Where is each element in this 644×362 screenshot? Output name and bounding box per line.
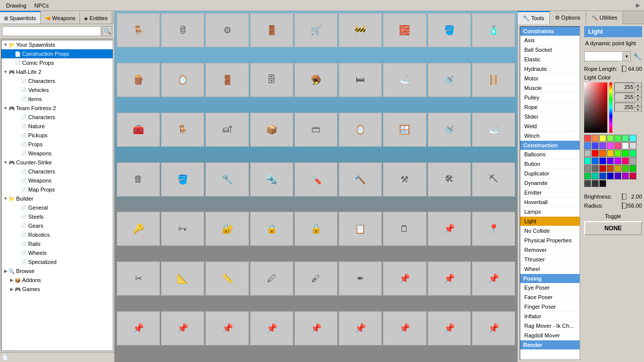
none-button[interactable]: NONE bbox=[584, 221, 642, 235]
tree-toggle-cs-weapons[interactable] bbox=[15, 178, 21, 183]
grid-item-11[interactable]: 🚪 bbox=[205, 63, 249, 97]
grid-item-2[interactable]: ⚙ bbox=[205, 13, 249, 47]
tree-item-builder-specialized[interactable]: 📄Specialized bbox=[2, 257, 113, 266]
swatch-6[interactable] bbox=[629, 135, 636, 142]
swatch-16[interactable] bbox=[599, 150, 606, 157]
right-tab-options[interactable]: ⚙ Options bbox=[550, 11, 586, 24]
tool-item-button[interactable]: Button bbox=[520, 159, 580, 169]
tool-item-face-poser[interactable]: Face Poser bbox=[520, 293, 580, 302]
rgb-r-down[interactable]: ▼ bbox=[634, 87, 641, 92]
grid-item-58[interactable]: 📌 bbox=[294, 311, 338, 345]
tree-toggle-your-spawnlists[interactable]: ▼ bbox=[3, 42, 9, 47]
tree-item-tf2-weapons[interactable]: 📄Weapons bbox=[2, 149, 113, 158]
grid-item-24[interactable]: 🪟 bbox=[383, 113, 426, 147]
tool-item-dynamite[interactable]: Dynamite bbox=[520, 178, 580, 188]
dropdown-box[interactable] bbox=[584, 51, 623, 61]
swatch-24[interactable] bbox=[607, 157, 614, 164]
grid-item-20[interactable]: 🛋 bbox=[205, 113, 249, 147]
grid-item-61[interactable]: 📌 bbox=[428, 311, 471, 345]
swatch-18[interactable] bbox=[614, 150, 621, 157]
grid-item-49[interactable]: 🖋 bbox=[294, 261, 338, 296]
tool-item-winch[interactable]: Winch bbox=[520, 131, 580, 141]
rgb-g-up[interactable]: ▲ bbox=[634, 93, 641, 97]
tool-item-pulley[interactable]: Pulley bbox=[520, 93, 580, 103]
grid-item-8[interactable]: 🧴 bbox=[472, 13, 515, 47]
swatch-22[interactable] bbox=[592, 157, 599, 164]
grid-item-26[interactable]: 🛁 bbox=[472, 113, 515, 147]
tree-item-your-spawnlists[interactable]: ▼📁Your Spawnlists bbox=[2, 40, 113, 49]
grid-item-54[interactable]: 📌 bbox=[117, 311, 160, 345]
tree-item-browse[interactable]: ▶🔍Browse bbox=[2, 266, 113, 276]
grid-item-34[interactable]: 🛠 bbox=[428, 162, 471, 197]
color-gradient[interactable] bbox=[584, 82, 607, 133]
grid-item-36[interactable]: 🔑 bbox=[117, 212, 160, 246]
grid-item-48[interactable]: 🖊 bbox=[250, 261, 293, 296]
grid-item-53[interactable]: 📌 bbox=[472, 261, 515, 296]
tool-item-thruster[interactable]: Thruster bbox=[520, 255, 580, 264]
grid-item-33[interactable]: ⚒ bbox=[383, 162, 426, 197]
swatch-17[interactable] bbox=[607, 150, 614, 157]
tree-toggle-tf2-props[interactable] bbox=[15, 142, 21, 147]
wrench-icon[interactable]: 🔧 bbox=[632, 51, 642, 61]
tool-item-finger-poser[interactable]: Finger Poser bbox=[520, 302, 580, 312]
grid-item-1[interactable]: 🛢 bbox=[161, 13, 204, 47]
tool-item-no-collide[interactable]: No Collide bbox=[520, 226, 580, 236]
tree-toggle-counter-strike[interactable]: ▼ bbox=[3, 160, 9, 165]
grid-item-23[interactable]: 🪞 bbox=[339, 113, 382, 147]
tree-toggle-construction-props[interactable] bbox=[9, 51, 15, 56]
tree-item-half-life-2[interactable]: ▼🎮Half-Life 2 bbox=[2, 67, 113, 76]
tool-item-lamps[interactable]: Lamps bbox=[520, 207, 580, 217]
grid-item-56[interactable]: 📌 bbox=[205, 311, 249, 345]
grid-item-19[interactable]: 🪑 bbox=[161, 113, 204, 147]
grid-item-5[interactable]: 🚧 bbox=[339, 13, 382, 47]
grid-item-18[interactable]: 🧰 bbox=[117, 113, 160, 147]
tree-item-builder-robotics[interactable]: 📄Robotics bbox=[2, 230, 113, 239]
swatch-3[interactable] bbox=[607, 135, 614, 142]
tool-item-muscle[interactable]: Muscle bbox=[520, 83, 580, 93]
tree-item-cs-weapons[interactable]: 📄Weapons bbox=[2, 176, 113, 185]
swatch-11[interactable] bbox=[614, 142, 621, 149]
grid-item-12[interactable]: 🗄 bbox=[250, 63, 293, 97]
grid-item-46[interactable]: 📐 bbox=[161, 261, 204, 296]
tool-item-rag-mover---ik-ch[interactable]: Rag Mover - Ik Ch... bbox=[520, 321, 580, 331]
tool-item-hydraulic[interactable]: Hydraulic bbox=[520, 64, 580, 74]
grid-item-59[interactable]: 📌 bbox=[339, 311, 382, 345]
swatch-20[interactable] bbox=[629, 150, 636, 157]
swatch-40[interactable] bbox=[622, 172, 629, 179]
grid-item-31[interactable]: 🪛 bbox=[294, 162, 338, 197]
grid-item-6[interactable]: 🧱 bbox=[383, 13, 426, 47]
tree-toggle-team-fortress-2[interactable]: ▼ bbox=[3, 106, 9, 111]
tree-toggle-hl2-characters[interactable] bbox=[15, 78, 21, 83]
tool-item-remover[interactable]: Remover bbox=[520, 245, 580, 255]
dropdown-arrow[interactable]: ▼ bbox=[623, 51, 631, 61]
swatch-32[interactable] bbox=[614, 165, 621, 172]
tool-item-motor[interactable]: Motor bbox=[520, 74, 580, 83]
tree-item-builder-rails[interactable]: 📄Rails bbox=[2, 239, 113, 248]
swatch-34[interactable] bbox=[629, 165, 636, 172]
swatch-4[interactable] bbox=[614, 135, 621, 142]
swatch-42[interactable] bbox=[584, 180, 591, 187]
tree-item-hl2-characters[interactable]: 📄Characters bbox=[2, 76, 113, 85]
tool-item-light[interactable]: Light bbox=[520, 217, 580, 226]
grid-item-13[interactable]: 🪤 bbox=[294, 63, 338, 97]
grid-item-4[interactable]: 🛒 bbox=[294, 13, 338, 47]
grid-item-22[interactable]: 🗃 bbox=[294, 113, 338, 147]
tool-item-ragdoll-mover[interactable]: Ragdoll Mover bbox=[520, 331, 580, 340]
swatch-30[interactable] bbox=[599, 165, 606, 172]
grid-item-45[interactable]: ✂ bbox=[117, 261, 160, 296]
search-button[interactable]: 🔍 bbox=[102, 26, 112, 36]
tree-toggle-builder-gears[interactable] bbox=[15, 223, 21, 228]
tool-item-weld[interactable]: Weld bbox=[520, 122, 580, 131]
tree-toggle-games[interactable]: ▶ bbox=[9, 287, 15, 292]
swatch-12[interactable] bbox=[622, 142, 629, 149]
tool-item-slider[interactable]: Slider bbox=[520, 112, 580, 122]
grid-item-47[interactable]: 📏 bbox=[205, 261, 249, 296]
tree-toggle-tf2-nature[interactable] bbox=[15, 124, 21, 129]
swatch-7[interactable] bbox=[584, 142, 591, 149]
tree-toggle-builder-rails[interactable] bbox=[15, 241, 21, 246]
tree-item-builder[interactable]: ▼📁Builder bbox=[2, 194, 113, 203]
grid-item-52[interactable]: 📌 bbox=[428, 261, 471, 296]
grid-item-51[interactable]: 📌 bbox=[383, 261, 426, 296]
grid-item-7[interactable]: 🪣 bbox=[428, 13, 471, 47]
tree-item-tf2-nature[interactable]: 📄Nature bbox=[2, 122, 113, 131]
